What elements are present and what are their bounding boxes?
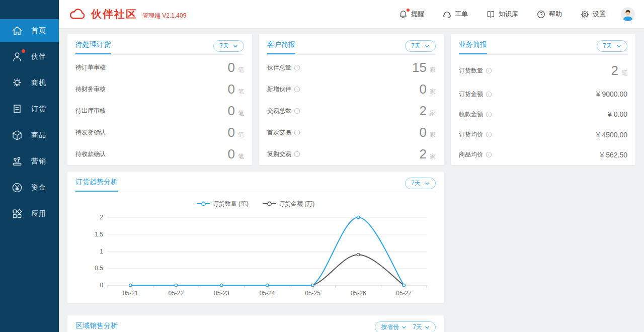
data-point[interactable] xyxy=(357,254,360,256)
stat-label: 待订单审核 xyxy=(75,63,106,72)
stat-value: ¥ 4500.00 xyxy=(596,131,627,139)
card-pending-orders: 待处理订货 7天 待订单审核0笔待财务审核0笔待出库审核0笔待发货确认0笔待收款… xyxy=(67,34,252,165)
data-point[interactable] xyxy=(311,284,314,286)
sidebar-item-marketing[interactable]: 营销 xyxy=(0,150,59,173)
x-tick-label: 05-23 xyxy=(214,290,229,297)
stat-rows: 订货数量2笔订货金额¥ 9000.00收款金额¥ 0.00订货均价¥ 4500.… xyxy=(459,55,627,165)
topbar-action-headset[interactable]: 工单 xyxy=(442,10,468,19)
stat-number: 2 xyxy=(420,103,427,119)
stat-number: 0 xyxy=(228,103,235,119)
partner-icon xyxy=(11,51,23,63)
sidebar-item-apps[interactable]: 应用 xyxy=(0,202,59,225)
sidebar-item-product[interactable]: 商品 xyxy=(0,124,59,147)
info-icon[interactable] xyxy=(291,64,300,71)
stat-row: 待发货确认0笔 xyxy=(75,125,244,140)
user-avatar[interactable] xyxy=(621,7,635,21)
topbar-action-book[interactable]: 知识库 xyxy=(486,10,518,19)
stat-label: 待财务审核 xyxy=(75,85,106,94)
stat-row: 首次交易0家 xyxy=(267,125,436,140)
legend-marker-icon xyxy=(197,201,210,206)
stat-number: 0 xyxy=(420,125,427,140)
x-tick-label: 05-22 xyxy=(169,290,184,297)
stat-value: 2家 xyxy=(420,103,436,119)
card-title: 业务简报 xyxy=(459,40,487,54)
stat-number: 2 xyxy=(420,146,427,162)
info-icon[interactable] xyxy=(291,129,300,136)
stat-label: 收款金额 xyxy=(459,110,492,119)
topbar-action-bell[interactable]: 提醒 xyxy=(398,10,424,19)
sidebar-item-funds[interactable]: 资金 xyxy=(0,176,59,199)
legend-item[interactable]: 订货数量 (笔) xyxy=(197,200,249,208)
period-select[interactable]: 7天 xyxy=(405,40,436,52)
data-point[interactable] xyxy=(175,284,177,286)
stat-number: 0 xyxy=(420,81,427,97)
period-select[interactable]: 7天 xyxy=(213,40,244,52)
data-point[interactable] xyxy=(220,284,223,286)
sidebar-item-label: 订货 xyxy=(31,105,46,114)
stat-label: 待出库审核 xyxy=(75,107,106,115)
chevron-down-icon xyxy=(425,181,430,186)
stat-value: 0笔 xyxy=(228,81,244,97)
order-trend-chart: 00.511.5205-2105-2205-2305-2405-2505-260… xyxy=(75,210,436,304)
stat-label: 订货均价 xyxy=(459,130,492,139)
order-icon xyxy=(11,103,23,115)
info-icon[interactable] xyxy=(291,108,300,114)
stat-money-value: ¥ 4500.00 xyxy=(596,131,627,139)
stat-number: 0 xyxy=(228,146,235,162)
info-icon[interactable] xyxy=(483,91,492,98)
data-point[interactable] xyxy=(266,284,268,286)
period-value: 7天 xyxy=(411,179,421,188)
sidebar-item-label: 商品 xyxy=(31,131,46,140)
topbar: 伙伴社区 管理端 V2.1.409 提醒工单知识库帮助设置 xyxy=(59,0,644,29)
data-point[interactable] xyxy=(403,284,405,286)
legend-item[interactable]: 订货金额 (万) xyxy=(263,200,314,208)
data-point[interactable] xyxy=(129,284,132,286)
bell-icon xyxy=(398,10,408,19)
stat-row: 伙伴总量15家 xyxy=(267,60,436,75)
info-icon[interactable] xyxy=(483,111,492,118)
book-icon xyxy=(486,10,496,19)
stat-money-value: ¥ 9000.00 xyxy=(596,90,627,98)
topbar-action-gear[interactable]: 设置 xyxy=(580,10,606,19)
chevron-down-icon xyxy=(616,44,621,49)
card-header: 区域销售分析 按省份 7天 xyxy=(75,315,436,332)
question-icon xyxy=(536,10,546,19)
info-icon[interactable] xyxy=(291,151,300,157)
legend-marker-icon xyxy=(263,201,276,206)
info-icon[interactable] xyxy=(483,151,492,158)
card-header: 业务简报 7天 xyxy=(459,34,627,55)
sidebar-item-order[interactable]: 订货 xyxy=(0,98,59,121)
card-business-brief: 业务简报 7天 订货数量2笔订货金额¥ 9000.00收款金额¥ 0.00订货均… xyxy=(451,34,635,165)
period-select[interactable]: 7天 xyxy=(413,323,430,331)
product-icon xyxy=(11,129,23,141)
sidebar-item-partner[interactable]: 伙伴 xyxy=(0,45,59,68)
x-tick-label: 05-27 xyxy=(396,290,412,297)
topbar-action-label: 提醒 xyxy=(411,10,424,19)
province-select[interactable]: 按省份 xyxy=(381,323,407,331)
sidebar-item-opportunity[interactable]: 商机 xyxy=(0,71,59,95)
province-value: 按省份 xyxy=(381,323,399,331)
card-customer-brief: 客户简报 7天 伙伴总量15家新增伙伴0家交易总数2家首次交易0家复购交易2家 xyxy=(259,34,444,165)
stat-unit: 家 xyxy=(430,66,436,74)
y-tick-label: 1 xyxy=(100,248,103,255)
region-filters[interactable]: 按省份 7天 xyxy=(375,321,436,332)
y-tick-label: 2 xyxy=(100,214,103,221)
card-title: 区域销售分析 xyxy=(75,321,118,332)
sidebar-item-home[interactable]: 首页 xyxy=(0,19,59,42)
gear-icon xyxy=(580,10,590,19)
data-point[interactable] xyxy=(357,216,360,218)
stat-row: 待出库审核0笔 xyxy=(75,103,244,119)
info-icon[interactable] xyxy=(483,131,492,138)
stat-number: 0 xyxy=(228,60,235,75)
stat-label: 交易总数 xyxy=(267,107,300,115)
topbar-action-question[interactable]: 帮助 xyxy=(536,10,562,19)
period-select[interactable]: 7天 xyxy=(597,40,627,52)
card-header: 订货趋势分析 7天 xyxy=(75,172,436,192)
info-icon[interactable] xyxy=(291,86,300,93)
info-icon[interactable] xyxy=(483,67,492,74)
chevron-down-icon xyxy=(233,44,238,49)
stat-number: 0 xyxy=(228,81,235,97)
card-header: 待处理订货 7天 xyxy=(75,34,244,55)
period-select[interactable]: 7天 xyxy=(405,178,436,189)
stat-value: 2笔 xyxy=(611,63,627,78)
